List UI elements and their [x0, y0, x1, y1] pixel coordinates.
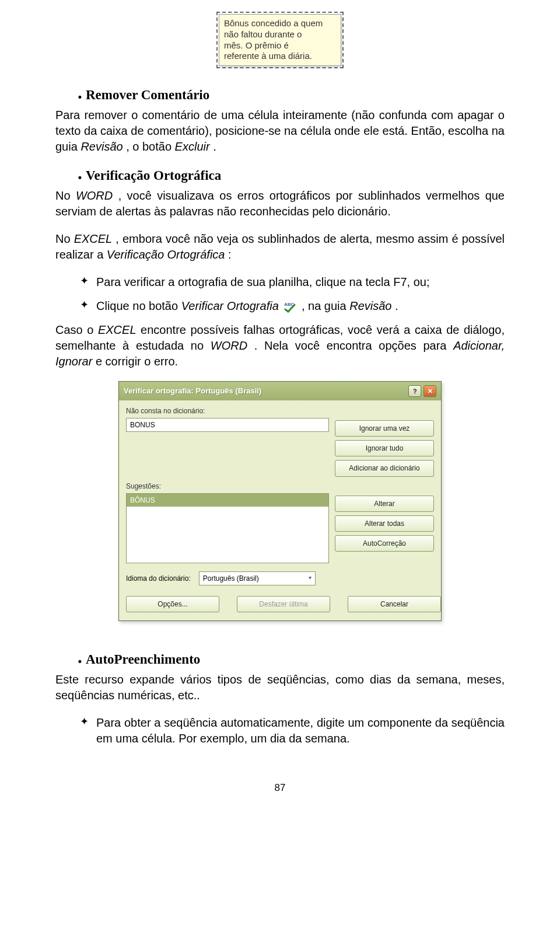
text-fragment: :	[228, 248, 232, 261]
text-fragment: , o botão	[126, 140, 174, 153]
text-fragment: .	[213, 140, 216, 153]
language-value: Português (Brasil)	[203, 574, 259, 583]
text-fragment: No	[55, 232, 74, 245]
comment-line: não faltou durante o	[224, 29, 335, 40]
bullet-icon: •	[74, 654, 86, 668]
change-button[interactable]: Alterar	[335, 496, 434, 512]
heading-remover-comentario: Remover Comentário	[86, 86, 209, 104]
comment-line: referente à uma diária.	[224, 51, 335, 62]
list-text: Clique no botão Verificar Ortografia ABC…	[96, 298, 505, 314]
text-fragment: No	[55, 189, 76, 202]
spellcheck-dialog: Verificar ortografia: Português (Brasil)…	[118, 381, 442, 621]
section-heading-row: • AutoPreenchimento	[55, 650, 505, 668]
dialog-title: Verificar ortografia: Português (Brasil)	[124, 386, 261, 396]
suggestion-item[interactable]: BÔNUS	[127, 494, 328, 507]
paragraph: No EXCEL , embora você não veja os subli…	[55, 231, 505, 263]
text-fragment: e corrigir o erro.	[96, 355, 178, 368]
text-italic: EXCEL	[74, 232, 113, 245]
options-button[interactable]: Opções...	[126, 596, 219, 612]
text-fragment: . Nela você encontra opções para	[254, 339, 453, 352]
language-row: Idioma do dicionário: Português (Brasil)	[126, 571, 434, 585]
dialog-body: Não consta no dicionário: Ignorar uma ve…	[119, 400, 441, 620]
cancel-button[interactable]: Cancelar	[348, 596, 441, 612]
text-fragment: Clique no botão	[96, 299, 181, 312]
dialog-titlebar: Verificar ortografia: Português (Brasil)…	[119, 382, 441, 400]
list-item: ✦ Para verificar a ortografia de sua pla…	[80, 274, 505, 290]
star-icon: ✦	[80, 715, 96, 728]
text-italic: Verificar Ortografia	[181, 299, 279, 312]
spellcheck-icon: ABC	[283, 301, 297, 313]
paragraph: No WORD , você visualizava os erros orto…	[55, 188, 505, 219]
heading-autopreenchimento: AutoPreenchimento	[86, 650, 200, 668]
section-heading-row: • Remover Comentário	[55, 86, 505, 104]
label-sugestoes: Sugestões:	[126, 482, 329, 491]
text-italic: WORD	[211, 339, 247, 352]
text-italic: WORD	[76, 189, 113, 202]
bullet-icon: •	[74, 170, 86, 184]
paragraph: Para remover o comentário de uma célula …	[55, 107, 505, 155]
comment-selection-border: Bônus concedido a quem não faltou durant…	[216, 12, 344, 68]
text-fragment: .	[395, 299, 398, 312]
titlebar-buttons: ? ✕	[408, 385, 436, 397]
change-all-button[interactable]: Alterar todas	[335, 515, 434, 532]
page-number: 87	[55, 782, 505, 795]
text-fragment: Para remover o comentário de uma célula …	[55, 109, 505, 153]
dialog-bottom-buttons: Opções... Desfazer última Cancelar	[126, 596, 434, 612]
bullet-icon: •	[74, 90, 86, 104]
autocorrect-button[interactable]: AutoCorreção	[335, 535, 434, 552]
language-select[interactable]: Português (Brasil)	[199, 571, 316, 585]
paragraph: Caso o EXCEL encontre possíveis falhas o…	[55, 322, 505, 369]
text-italic: Verificação Ortográfica	[107, 248, 225, 261]
list-item: ✦ Clique no botão Verificar Ortografia A…	[80, 298, 505, 314]
list-text: Para obter a seqüência automaticamente, …	[96, 715, 505, 747]
label-nao-consta: Não consta no dicionário:	[126, 406, 329, 416]
text-fragment: Caso o	[55, 323, 98, 336]
text-italic: EXCEL	[98, 323, 136, 336]
suggestions-list[interactable]: BÔNUS	[126, 493, 329, 563]
spellcheck-dialog-figure: Verificar ortografia: Português (Brasil)…	[55, 381, 505, 621]
text-fragment: , você visualizava os erros ortográficos…	[55, 189, 505, 218]
section-heading-row: • Verificação Ortográfica	[55, 166, 505, 184]
text-italic: Revisão	[349, 299, 391, 312]
comment-line: Bônus concedido a quem	[224, 18, 335, 29]
ignore-once-button[interactable]: Ignorar uma vez	[335, 420, 434, 437]
star-icon: ✦	[80, 274, 96, 288]
comment-line: mês. O prêmio é	[224, 40, 335, 51]
comment-tooltip: Bônus concedido a quem não faltou durant…	[219, 14, 341, 66]
page-body: Bônus concedido a quem não faltou durant…	[0, 0, 560, 818]
excel-comment-figure: Bônus concedido a quem não faltou durant…	[55, 12, 505, 68]
text-italic: Revisão	[80, 140, 123, 153]
not-in-dictionary-input[interactable]	[126, 418, 329, 432]
list-item: ✦ Para obter a seqüência automaticamente…	[80, 715, 505, 747]
star-icon: ✦	[80, 298, 96, 312]
text-fragment: , na guia	[302, 299, 349, 312]
label-idioma: Idioma do dicionário:	[126, 574, 191, 583]
add-to-dictionary-button[interactable]: Adicionar ao dicionário	[335, 460, 434, 476]
list-text: Para verificar a ortografia de sua plani…	[96, 274, 505, 290]
text-italic: Excluir	[175, 140, 210, 153]
ignore-all-button[interactable]: Ignorar tudo	[335, 440, 434, 456]
close-button[interactable]: ✕	[424, 385, 436, 397]
paragraph: Este recurso expande vários tipos de seq…	[55, 672, 505, 703]
heading-verificacao-ortografica: Verificação Ortográfica	[86, 166, 221, 184]
undo-last-button[interactable]: Desfazer última	[237, 596, 330, 612]
help-button[interactable]: ?	[408, 385, 421, 397]
